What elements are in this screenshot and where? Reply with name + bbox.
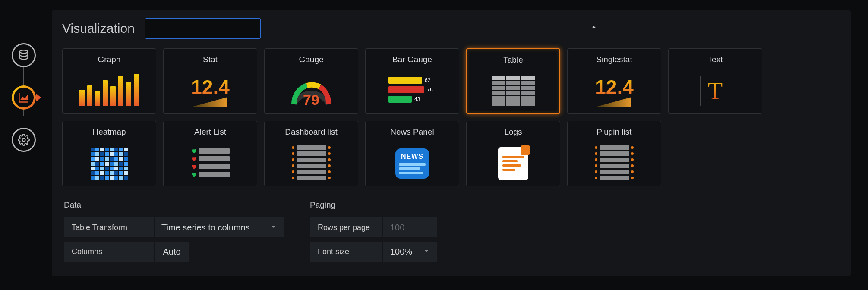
collapse-picker[interactable] — [589, 22, 599, 34]
viz-card-dashlist[interactable]: Dashboard list — [264, 121, 358, 186]
paging-options: Paging Rows per page 100 Font size 100% — [310, 200, 437, 262]
viz-card-title: Bar Gauge — [392, 55, 432, 64]
svg-point-1 — [22, 139, 25, 142]
viz-card-preview — [63, 69, 156, 113]
fontsize-label: Font size — [310, 242, 383, 262]
viz-card-pluginlist[interactable]: Plugin list — [567, 121, 661, 186]
viz-card-title: Alert List — [194, 127, 226, 137]
table-transform-value: Time series to columns — [161, 223, 250, 233]
viz-search-input[interactable] — [155, 24, 264, 34]
data-options: Data Table Transform Time series to colu… — [64, 200, 284, 262]
chevron-down-icon — [270, 223, 277, 233]
visualization-panel: Visualization Graph Stat 12.4Gauge — [52, 10, 851, 276]
editor-step-nav — [0, 0, 47, 290]
viz-search[interactable] — [145, 18, 261, 39]
step-queries[interactable] — [12, 43, 36, 67]
viz-card-preview: 79 — [265, 69, 358, 113]
gauge-icon: 79 — [287, 74, 335, 108]
viz-card-preview — [265, 141, 358, 186]
viz-card-gauge[interactable]: Gauge 79 — [264, 48, 358, 114]
rows-label: Rows per page — [310, 218, 383, 237]
data-heading: Data — [64, 200, 284, 210]
table-transform-select[interactable]: Time series to columns — [155, 218, 284, 237]
viz-card-preview: 627643 — [366, 69, 459, 113]
viz-card-singlestat[interactable]: Singlestat 12.4 — [567, 48, 661, 114]
viz-card-title: Table — [503, 55, 523, 65]
panel-title: Visualization — [62, 21, 135, 36]
viz-card-text[interactable]: Text T — [668, 48, 762, 114]
viz-card-title: Graph — [98, 55, 121, 64]
viz-card-title: Dashboard list — [285, 127, 337, 137]
viz-card-stat[interactable]: Stat 12.4 — [163, 48, 257, 114]
viz-card-title: Plugin list — [597, 127, 631, 137]
paging-heading: Paging — [310, 200, 437, 210]
viz-card-logs[interactable]: Logs — [466, 121, 560, 186]
viz-card-preview — [164, 141, 257, 186]
fontsize-select[interactable]: 100% — [383, 242, 437, 262]
chevron-up-icon — [589, 22, 599, 32]
viz-card-title: Stat — [203, 55, 218, 64]
viz-card-preview: NEWS — [366, 141, 459, 186]
chevron-down-icon — [423, 247, 430, 257]
database-icon — [18, 49, 30, 61]
viz-card-heatmap[interactable]: Heatmap — [62, 121, 156, 186]
viz-card-preview: 12.4 — [164, 69, 257, 113]
viz-card-grid: Graph Stat 12.4Gauge 79 Bar Gauge 627643… — [62, 48, 840, 186]
viz-card-news[interactable]: News Panel NEWS — [365, 121, 459, 186]
viz-card-title: Text — [708, 55, 723, 64]
columns-label: Columns — [64, 242, 155, 262]
viz-card-preview — [467, 141, 560, 186]
viz-card-table[interactable]: Table — [466, 48, 560, 114]
viz-card-graph[interactable]: Graph — [62, 48, 156, 114]
rows-input[interactable]: 100 — [383, 218, 437, 237]
viz-card-preview — [568, 141, 661, 186]
viz-card-alertlist[interactable]: Alert List — [163, 121, 257, 186]
table-transform-label: Table Transform — [64, 218, 155, 237]
viz-card-bargauge[interactable]: Bar Gauge 627643 — [365, 48, 459, 114]
viz-card-title: News Panel — [390, 127, 434, 137]
fontsize-value: 100% — [390, 247, 412, 257]
gear-icon — [18, 134, 30, 146]
step-general[interactable] — [12, 128, 36, 152]
viz-card-preview — [63, 141, 156, 186]
viz-card-title: Singlestat — [596, 55, 632, 64]
chart-area-icon — [18, 91, 30, 104]
viz-card-preview — [467, 69, 559, 113]
viz-card-title: Gauge — [299, 55, 323, 64]
columns-value[interactable]: Auto — [155, 242, 189, 262]
viz-card-title: Heatmap — [92, 127, 126, 137]
viz-card-title: Logs — [504, 127, 522, 137]
step-visualization[interactable] — [12, 85, 36, 110]
svg-point-0 — [20, 50, 28, 53]
viz-card-preview: 12.4 — [568, 69, 661, 113]
svg-text:79: 79 — [303, 91, 319, 108]
viz-card-preview: T — [669, 69, 762, 113]
